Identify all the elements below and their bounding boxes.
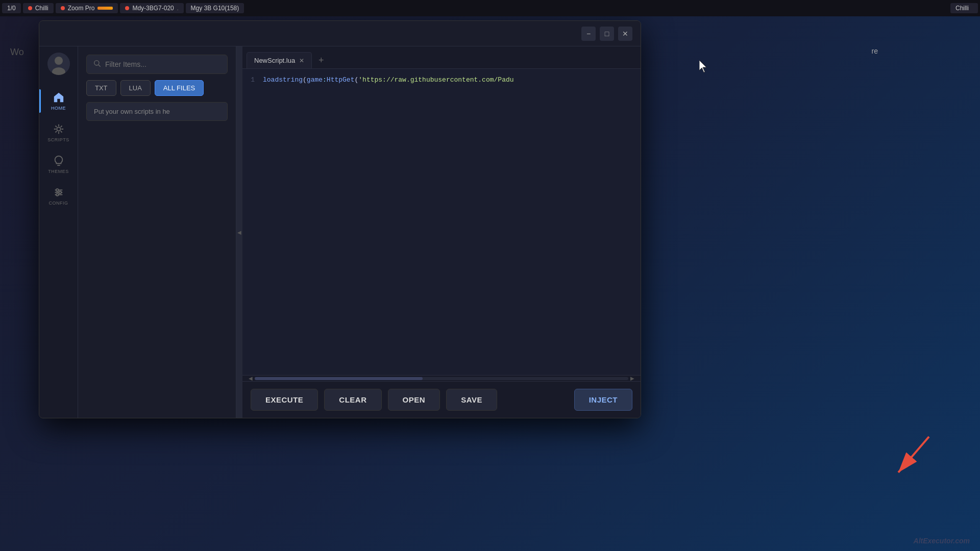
config-icon	[53, 186, 65, 198]
open-button[interactable]: OPEN	[388, 389, 440, 411]
line-number-1: 1	[242, 75, 263, 86]
watermark: AltExecutor.com	[914, 537, 970, 545]
filter-buttons: TXT LUA ALL FILES	[86, 80, 228, 96]
svg-point-10	[94, 61, 99, 65]
add-tab-button[interactable]: +	[314, 53, 328, 67]
taskbar-label-3: Zoom Pro	[68, 5, 95, 12]
svg-point-9	[56, 193, 58, 196]
sidebar-item-themes[interactable]: THEMES	[39, 148, 78, 180]
editor-panel: NewScript.lua ✕ + 1 loadstring(game:Http…	[242, 46, 641, 418]
sidebar-item-home[interactable]: HOME	[39, 85, 78, 117]
svg-point-8	[59, 191, 61, 194]
filter-txt-button[interactable]: TXT	[86, 80, 116, 96]
scrollbar-track[interactable]	[255, 377, 628, 380]
save-button[interactable]: SAVE	[446, 389, 497, 411]
taskbar-active-label: Chilli	[955, 5, 969, 12]
avatar-image	[47, 53, 70, 75]
taskbar-label-4: Mdy-3BG7-020	[132, 5, 174, 12]
themes-label: THEMES	[48, 169, 69, 174]
taskbar-active-item[interactable]: Chilli	[950, 3, 978, 13]
execute-button[interactable]: EXECUTE	[251, 389, 318, 411]
bg-text-right: re	[872, 47, 878, 55]
tab-filename: NewScript.lua	[254, 57, 295, 64]
ellipsis: .	[177, 6, 179, 11]
close-button[interactable]: ✕	[618, 27, 632, 41]
action-buttons-bar: EXECUTE CLEAR OPEN SAVE INJECT	[242, 381, 641, 418]
taskbar-label-5: Mgy 3B G10(158)	[191, 5, 239, 12]
scripts-label: SCRIPTS	[47, 137, 69, 142]
taskbar-item-3[interactable]: Zoom Pro	[56, 3, 118, 13]
inject-button[interactable]: INJECT	[574, 389, 632, 411]
search-box[interactable]	[86, 55, 228, 74]
svg-line-11	[99, 65, 101, 67]
main-dialog: − □ ✕ HOME	[39, 20, 641, 418]
tabs-bar: NewScript.lua ✕ +	[242, 46, 641, 69]
icon-sidebar: HOME SCRIPTS THEMES	[39, 46, 78, 418]
red-dot-icon-3	[125, 6, 129, 10]
filter-all-files-button[interactable]: ALL FILES	[155, 80, 204, 96]
collapse-handle[interactable]: ◀	[236, 46, 242, 418]
scroll-left-arrow[interactable]: ◀	[247, 375, 255, 381]
title-bar: − □ ✕	[39, 21, 641, 46]
horizontal-scrollbar[interactable]: ◀ ▶	[242, 375, 641, 381]
scroll-right-arrow[interactable]: ▶	[628, 375, 636, 381]
themes-icon	[53, 155, 65, 167]
taskbar-item-2[interactable]: Chilli	[23, 3, 54, 13]
orange-bar-icon	[97, 7, 113, 10]
svg-point-1	[55, 57, 63, 65]
code-line-1: 1 loadstring(game:HttpGet('https://raw.g…	[242, 75, 641, 86]
collapse-icon: ◀	[237, 230, 241, 235]
svg-point-3	[57, 127, 60, 131]
left-panel: TXT LUA ALL FILES Put your own scripts i…	[78, 46, 236, 418]
script-list-item[interactable]: Put your own scripts in he	[86, 102, 228, 121]
home-label: HOME	[51, 106, 66, 111]
dialog-body: HOME SCRIPTS THEMES	[39, 46, 641, 418]
taskbar-label-1: 1/0	[7, 5, 16, 12]
code-editor[interactable]: 1 loadstring(game:HttpGet('https://raw.g…	[242, 69, 641, 375]
taskbar-item-5[interactable]: Mgy 3B G10(158)	[186, 3, 244, 13]
svg-point-7	[56, 189, 58, 191]
clear-button[interactable]: CLEAR	[324, 389, 381, 411]
scrollbar-thumb[interactable]	[255, 377, 423, 380]
tab-close-button[interactable]: ✕	[299, 58, 304, 64]
active-indicator	[39, 89, 41, 113]
filter-lua-button[interactable]: LUA	[120, 80, 151, 96]
config-label: CONFIG	[49, 201, 68, 206]
sidebar-item-config[interactable]: CONFIG	[39, 180, 78, 212]
editor-tab-newscript[interactable]: NewScript.lua ✕	[247, 52, 312, 68]
home-icon	[53, 91, 65, 104]
window-controls: − □ ✕	[581, 27, 632, 41]
minimize-button[interactable]: −	[581, 27, 596, 41]
taskbar-item-4[interactable]: Mdy-3BG7-020 .	[120, 3, 183, 13]
scripts-icon	[53, 123, 65, 135]
red-dot-icon	[28, 6, 32, 10]
taskbar-item-1[interactable]: 1/0	[2, 3, 21, 13]
taskbar: 1/0 Chilli Zoom Pro Mdy-3BG7-020 . Mgy 3…	[0, 0, 980, 16]
bg-text-left: Wo	[10, 47, 24, 58]
code-content-1: loadstring(game:HttpGet('https://raw.git…	[263, 75, 514, 86]
sidebar-item-scripts[interactable]: SCRIPTS	[39, 117, 78, 148]
red-dot-icon-2	[61, 6, 65, 10]
maximize-button[interactable]: □	[600, 27, 614, 41]
search-input[interactable]	[105, 60, 221, 68]
taskbar-label-2: Chilli	[35, 5, 48, 12]
search-icon	[93, 59, 101, 69]
avatar	[47, 53, 70, 75]
